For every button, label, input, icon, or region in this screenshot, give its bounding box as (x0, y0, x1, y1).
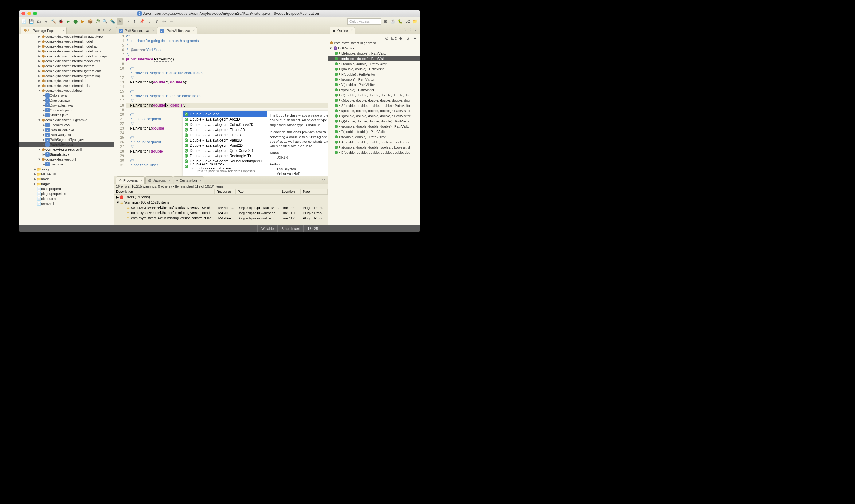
print-button[interactable]: 🖨 (43, 18, 49, 24)
search-button[interactable]: 🔦 (109, 18, 116, 24)
new-class-button[interactable]: Ⓒ (94, 18, 101, 24)
java-perspective-button[interactable]: ☕ (390, 18, 396, 24)
open-perspective-button[interactable]: ⊞ (382, 18, 388, 24)
build-button[interactable]: 🔨 (50, 18, 56, 24)
outline-tree[interactable]: ⊙a↓z◆S●⬢ com.exyte.sweet.ui.geom2d▼I Pat… (328, 34, 420, 225)
tree-item[interactable]: ▶JPathBuilder.java (19, 127, 114, 132)
tree-item[interactable]: ▶JSignals.java (19, 152, 114, 157)
tree-item[interactable]: ▶⬢com.exyte.sweet.internal.model.meta.ap… (19, 54, 114, 59)
tree-item[interactable]: ▼⬢com.exyte.sweet.ui.draw (19, 88, 114, 93)
close-window-button[interactable] (21, 12, 25, 15)
tree-item[interactable]: ▶⬢com.exyte.sweet.internal.model.api (19, 44, 114, 49)
view-menu-button[interactable]: ▽ (321, 177, 326, 182)
pin-button[interactable]: 📌 (139, 18, 145, 24)
proposal-item[interactable]: CDouble - java.awt.geom.CubicCurve2D (184, 122, 267, 127)
hide-fields-button[interactable]: ◆ (398, 35, 404, 41)
outline-method[interactable]: E(double, double, double, double, double… (328, 150, 420, 155)
tree-item[interactable]: ▼⬢com.exyte.sweet.ui.geom2d (19, 118, 114, 123)
close-icon[interactable]: × (200, 179, 202, 182)
proposal-item[interactable]: CDouble - java.lang (184, 111, 267, 116)
minimize-window-button[interactable] (27, 12, 31, 15)
sort-button[interactable]: ⇅ (402, 27, 407, 32)
hide-static-button[interactable]: S (405, 35, 411, 41)
proposal-list[interactable]: CDouble - java.langCDouble - java.awt.ge… (184, 111, 267, 169)
tree-item[interactable]: ▶📁src-gen (19, 167, 114, 172)
problem-row[interactable]: ⚠ 'com.exyte.sweet.swt' is missing versi… (114, 215, 328, 221)
tree-item[interactable]: ▶JUris.java (19, 162, 114, 167)
tree-item[interactable]: ▶📁META-INF (19, 172, 114, 177)
close-icon[interactable]: × (351, 29, 353, 32)
prev-annotation-button[interactable]: ⇧ (154, 18, 160, 24)
outline-tab[interactable]: ☰ Outline × (330, 27, 355, 34)
filter-button[interactable]: ⋮ (407, 27, 413, 32)
close-icon[interactable]: × (193, 29, 195, 32)
tree-item[interactable]: ▶JColors.java (19, 93, 114, 98)
outline-method[interactable]: C(double, double, double, double, double… (328, 92, 420, 97)
tree-item[interactable]: ▶⬢com.exyte.sweet.internal.system.impl (19, 73, 114, 78)
outline-method[interactable]: v(double) : PathVisitor (328, 87, 420, 92)
coverage-button[interactable]: ⬤ (72, 18, 78, 24)
proposal-item[interactable]: CDouble - java.awt.geom.Line2D (184, 132, 267, 138)
column-header[interactable]: Path (235, 189, 280, 194)
proposal-item[interactable]: CDouble - java.awt.geom.Rectangle2D (184, 153, 267, 158)
bottom-tab-problems[interactable]: ⚠Problems× (116, 177, 145, 184)
git-perspective-button[interactable]: ⎇ (404, 18, 411, 24)
new-package-button[interactable]: 📦 (87, 18, 93, 24)
tree-item[interactable]: 📄plugin.xml (19, 196, 114, 201)
close-icon[interactable]: × (141, 179, 143, 182)
link-editor-button[interactable]: ⇄ (102, 27, 107, 32)
outline-method[interactable]: S(double, double, double, double) : Path… (328, 103, 420, 108)
tree-item[interactable]: ▶⬢com.exyte.sweet.internal.model.meta (19, 49, 114, 54)
tree-item[interactable]: ▼⬢com.exyte.sweet.util (19, 157, 114, 162)
outline-method[interactable]: s(double, double, double, double) : Path… (328, 113, 420, 119)
zoom-window-button[interactable] (33, 12, 37, 15)
tree-item[interactable]: ▶📁model (19, 177, 114, 181)
editor-tab[interactable]: J*PathVisitor.java× (157, 27, 197, 34)
view-menu-button[interactable]: ▽ (413, 27, 418, 32)
run-button[interactable]: ▶ (65, 18, 71, 24)
view-menu-button[interactable]: ▽ (107, 27, 112, 32)
tree-item[interactable]: 📄pom.xml (19, 201, 114, 206)
tree-item[interactable]: ▶JPathSegmentType.java (19, 137, 114, 142)
tree-item[interactable]: ▶⬢com.exyte.sweet.internal.system (19, 64, 114, 69)
tree-item[interactable]: ▶JStrokes.java (19, 113, 114, 118)
proposal-item[interactable]: CDoubleAccumulator - java.util.concurren… (184, 164, 267, 169)
close-icon[interactable]: × (169, 179, 171, 182)
outline-method[interactable]: q(double, double, double, double) : Path… (328, 124, 420, 129)
proposal-item[interactable]: CDouble - java.awt.geom.Ellipse2D (184, 127, 267, 132)
debug-perspective-button[interactable]: 🐛 (397, 18, 403, 24)
outline-method[interactable]: H(double) : PathVisitor (328, 72, 420, 77)
close-icon[interactable]: × (63, 29, 65, 32)
ext-tools-button[interactable]: ▶ (80, 18, 86, 24)
outline-method[interactable]: M(double, double) : PathVisitor (328, 51, 420, 56)
column-header[interactable]: Location (280, 189, 301, 194)
tree-item[interactable]: ▶JDrawables.java (19, 103, 114, 108)
column-header[interactable]: Description (114, 189, 215, 194)
collapse-all-button[interactable]: ⊟ (96, 27, 101, 32)
tree-item[interactable]: ▶📁target (19, 181, 114, 186)
proposal-item[interactable]: CDouble - java.awt.geom.Path2D (184, 138, 267, 143)
problem-row[interactable]: ⚠ 'com.exyte.sweet.e4.themes' is missing… (114, 210, 328, 215)
save-button[interactable]: 💾 (28, 18, 34, 24)
new-button[interactable]: 📄 (21, 18, 27, 24)
toggle-block-button[interactable]: ▭ (124, 18, 130, 24)
outline-method[interactable]: c(double, double, double, double, double… (328, 97, 420, 103)
column-header[interactable]: Type (301, 189, 328, 194)
outline-method[interactable]: m(double, double) : PathVisitor (328, 56, 420, 61)
outline-method[interactable]: a(double, double, double, boolean, boole… (328, 145, 420, 150)
problems-table[interactable]: DescriptionResourcePathLocationType ▶ ⛔ … (114, 189, 328, 225)
tree-item[interactable]: ▶⬢com.exyte.sweet.internal.utils (19, 83, 114, 88)
column-header[interactable]: Resource (215, 189, 235, 194)
editor-tab[interactable]: JPathBuilder.java× (116, 27, 156, 34)
tree-item[interactable]: ▶⬢com.exyte.sweet.internal.model (19, 39, 114, 44)
tree-item[interactable]: ▶JPathData.java (19, 132, 114, 137)
next-annotation-button[interactable]: ⇩ (146, 18, 152, 24)
debug-button[interactable]: 🐞 (58, 18, 64, 24)
outline-method[interactable]: h(double) : PathVisitor (328, 77, 420, 82)
package-tree[interactable]: ▶⬢com.exyte.sweet.internal.lang.ast.type… (19, 34, 114, 225)
outline-method[interactable]: l(double, double) : PathVisitor (328, 66, 420, 72)
toggle-mark-button[interactable]: ✎ (117, 18, 123, 24)
tree-item[interactable]: ▶JPathVisitor.java (19, 142, 114, 147)
tree-item[interactable]: ▶⬢com.exyte.sweet.internal.ui (19, 78, 114, 83)
tree-item[interactable]: ▶⬢com.exyte.sweet.internal.model.vars (19, 59, 114, 64)
